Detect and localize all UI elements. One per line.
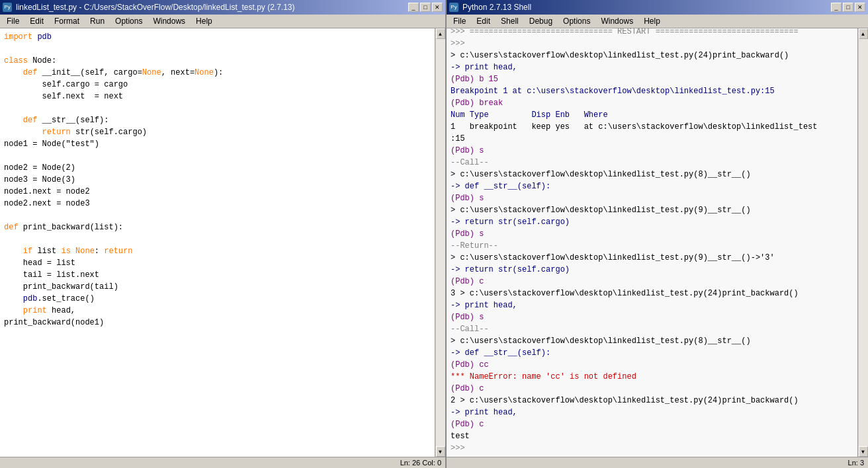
- shell-output[interactable]: 2 > c:\users\stackoverflow\desktop\linke…: [447, 28, 857, 457]
- cursor-position: Ln: 26 Col: 0: [400, 459, 441, 467]
- menu-edit[interactable]: Edit: [24, 15, 49, 27]
- shell-minimize-button[interactable]: _: [831, 3, 842, 12]
- menu-file[interactable]: File: [1, 15, 24, 27]
- shell-scroll-up-btn[interactable]: ▲: [859, 28, 868, 39]
- editor-controls: _ □ ✕: [408, 3, 443, 12]
- shell-menu-debug[interactable]: Debug: [524, 15, 558, 27]
- shell-controls: _ □ ✕: [831, 3, 865, 12]
- editor-panel: Py linkedList_test.py - C:/Users/StackOv…: [0, 0, 447, 468]
- shell-menu-help[interactable]: Help: [638, 15, 666, 27]
- shell-menu-options[interactable]: Options: [558, 15, 595, 27]
- shell-titlebar: Py Python 2.7.13 Shell _ □ ✕: [447, 0, 868, 15]
- editor-menubar: File Edit Format Run Options Windows Hel…: [0, 15, 445, 28]
- editor-statusbar: Ln: 26 Col: 0: [0, 457, 445, 468]
- editor-title-group: Py linkedList_test.py - C:/Users/StackOv…: [3, 3, 295, 12]
- shell-statusbar: Ln: 3: [447, 457, 868, 468]
- vertical-scrollbar[interactable]: ▲ ▼: [435, 28, 445, 457]
- shell-menu-file[interactable]: File: [448, 15, 471, 27]
- menu-help[interactable]: Help: [191, 15, 218, 27]
- menu-options[interactable]: Options: [110, 15, 148, 27]
- shell-scroll-track[interactable]: [859, 39, 868, 446]
- minimize-button[interactable]: _: [408, 3, 419, 12]
- app-container: Py linkedList_test.py - C:/Users/StackOv…: [0, 0, 868, 468]
- shell-menubar: File Edit Shell Debug Options Windows He…: [447, 15, 868, 28]
- scroll-track[interactable]: [436, 39, 445, 446]
- menu-run[interactable]: Run: [85, 15, 110, 27]
- menu-format[interactable]: Format: [49, 15, 85, 27]
- scroll-down-btn[interactable]: ▼: [436, 446, 445, 457]
- shell-close-button[interactable]: ✕: [855, 3, 865, 12]
- shell-menu-shell[interactable]: Shell: [496, 15, 524, 27]
- menu-windows[interactable]: Windows: [148, 15, 191, 27]
- shell-scroll-down-btn[interactable]: ▼: [859, 446, 868, 457]
- shell-title-group: Py Python 2.7.13 Shell: [449, 3, 531, 12]
- shell-vertical-scrollbar[interactable]: ▲ ▼: [857, 28, 868, 457]
- shell-cursor-position: Ln: 3: [848, 459, 864, 467]
- shell-title: Python 2.7.13 Shell: [462, 3, 531, 12]
- code-editor[interactable]: import pdb class Node: def __init__(self…: [0, 28, 435, 457]
- shell-menu-windows[interactable]: Windows: [595, 15, 638, 27]
- shell-panel: Py Python 2.7.13 Shell _ □ ✕ File Edit S…: [447, 0, 868, 468]
- close-button[interactable]: ✕: [432, 3, 443, 12]
- maximize-button[interactable]: □: [420, 3, 431, 12]
- code-area: import pdb class Node: def __init__(self…: [0, 28, 445, 457]
- editor-titlebar: Py linkedList_test.py - C:/Users/StackOv…: [0, 0, 445, 15]
- shell-wrapper: 2 > c:\users\stackoverflow\desktop\linke…: [447, 28, 868, 457]
- editor-title: linkedList_test.py - C:/Users/StackOverF…: [16, 3, 295, 12]
- shell-python-icon: Py: [449, 3, 458, 12]
- shell-maximize-button[interactable]: □: [843, 3, 853, 12]
- python-icon: Py: [3, 3, 12, 12]
- scroll-up-btn[interactable]: ▲: [436, 28, 445, 39]
- shell-menu-edit[interactable]: Edit: [471, 15, 496, 27]
